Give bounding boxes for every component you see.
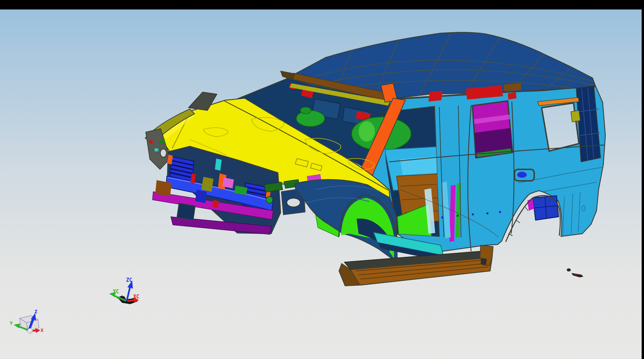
view-x-label: X	[41, 328, 44, 333]
front-seat-highlight	[359, 121, 375, 142]
wcs-x-axis[interactable]	[127, 300, 135, 301]
wcs-y-label: YC	[113, 289, 119, 295]
quarter-window-opening	[542, 103, 579, 151]
title-bar	[0, 0, 644, 9]
cowl-side-hole	[160, 149, 166, 157]
seat-headrest	[300, 107, 311, 114]
shotgun-hole	[287, 198, 300, 207]
view-y-label: Y	[10, 320, 13, 326]
cowl-green-knob	[266, 196, 273, 203]
air-deflector-box	[177, 203, 195, 220]
viewport-canvas[interactable]: ZC YC XC Z Y X	[0, 0, 644, 359]
wcs-x-label: XC	[133, 294, 139, 300]
wcs-z-label: ZC	[126, 277, 132, 283]
quarter-window-bracket-olive	[571, 110, 580, 122]
right-edge-bar	[642, 0, 644, 359]
rear-seat	[296, 110, 325, 127]
door-handle-blue	[517, 172, 527, 178]
rail-brown-segment	[504, 83, 521, 91]
view-z-label: Z	[35, 309, 37, 314]
cad-viewport[interactable]: ZC YC XC Z Y X	[0, 0, 644, 359]
view-origin-sphere	[28, 329, 33, 334]
sill-bracket-feet	[481, 258, 487, 265]
